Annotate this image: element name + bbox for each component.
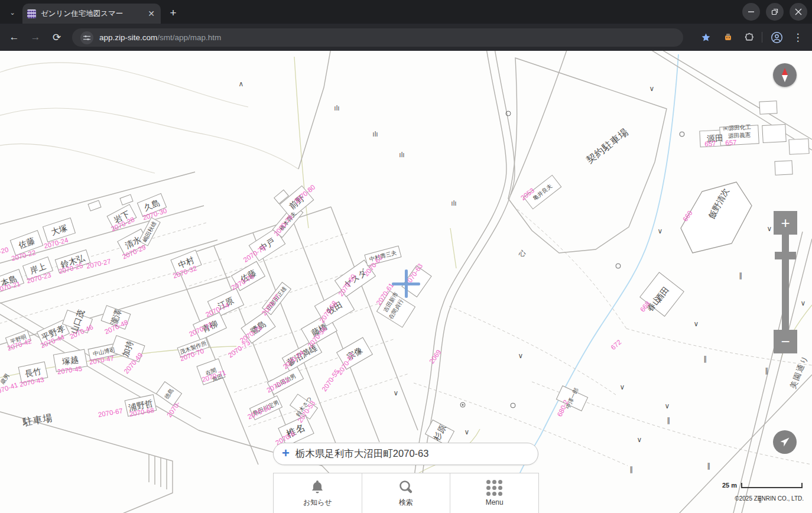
circledot-map-symbol: [460, 402, 466, 408]
navigation-arrow-icon: [779, 436, 791, 448]
tab-search-chevron-icon[interactable]: ⌄: [5, 5, 20, 20]
grass-map-symbol: ılı: [372, 131, 378, 138]
browser-tab[interactable]: ゼンリン住宅地図スマー ✕: [22, 4, 161, 24]
map-name-label: 源田義憲: [728, 132, 751, 138]
bell-icon: [310, 479, 324, 495]
crosshair-plus-icon: +: [282, 447, 290, 460]
paddy-map-symbol: ∥: [707, 462, 710, 469]
building-outline: [759, 100, 777, 115]
search-icon: [398, 479, 414, 495]
check-map-symbol: ∨: [801, 300, 806, 307]
search-label: 検索: [399, 498, 413, 508]
copyright-text: ©2025 ZENRIN CO., LTD.: [735, 495, 804, 502]
scale-bar: [741, 483, 803, 488]
forward-icon[interactable]: →: [27, 29, 44, 46]
caret-map-symbol: ∧: [239, 80, 244, 87]
check-map-symbol: ∨: [665, 402, 670, 410]
check-map-symbol: ∨: [767, 225, 772, 232]
paddy-map-symbol: ∥: [765, 367, 768, 374]
paddy-map-symbol: ∥: [703, 355, 707, 362]
zoom-out-button[interactable]: −: [774, 330, 797, 353]
compass-needle-icon: [780, 67, 790, 83]
menu-button[interactable]: Menu: [450, 473, 538, 513]
bookmark-star-icon[interactable]: [697, 29, 714, 46]
site-settings-icon[interactable]: [80, 31, 93, 44]
parcel-number-label: 657: [725, 139, 737, 147]
toolbar-divider: [762, 32, 762, 43]
circle-map-symbol: [506, 111, 511, 116]
browser-tab-strip: ⌄ ゼンリン住宅地図スマー ✕ +: [0, 0, 812, 24]
notifications-label: お知らせ: [303, 498, 332, 508]
check-map-symbol: ∨: [518, 352, 524, 359]
extension-robot-icon[interactable]: [720, 29, 736, 46]
check-map-symbol: ∨: [465, 428, 470, 436]
paddy-map-symbol: ∥: [667, 417, 670, 424]
menu-label: Menu: [486, 498, 504, 506]
paddy-map-symbol: ∥: [739, 272, 742, 279]
compass-button[interactable]: [773, 63, 797, 87]
grass-map-symbol: ılı: [451, 200, 456, 207]
zenrin-favicon: [27, 9, 36, 18]
kokoro-map-symbol: 心: [519, 250, 526, 257]
circle-map-symbol: [680, 132, 685, 137]
circle-map-symbol: [511, 403, 516, 408]
search-address-text: 栃木県足利市大沼田町2070-63: [295, 447, 429, 460]
address-bar[interactable]: app.zip-site.com/smt/app/map.htm: [72, 28, 683, 47]
building-outline: [762, 124, 787, 143]
search-button[interactable]: 検索: [362, 473, 450, 513]
reload-icon[interactable]: ⟳: [48, 29, 65, 46]
grass-map-symbol: ılı: [399, 151, 404, 158]
zoom-slider-handle[interactable]: [775, 252, 796, 259]
zoom-slider-track[interactable]: [782, 235, 789, 330]
window-minimize-button[interactable]: [742, 3, 760, 21]
current-location-button[interactable]: [773, 430, 797, 454]
grass-map-symbol: ılı: [334, 105, 339, 112]
extensions-puzzle-icon[interactable]: [741, 29, 758, 46]
window-close-button[interactable]: [790, 3, 807, 21]
zoom-in-button[interactable]: +: [774, 211, 797, 235]
circle-map-symbol: [616, 264, 621, 269]
window-restore-button[interactable]: [766, 3, 784, 21]
back-icon[interactable]: ←: [6, 29, 22, 46]
check-map-symbol: ∨: [649, 85, 655, 92]
tab-title: ゼンリン住宅地図スマー: [41, 9, 142, 19]
building-outline: [774, 160, 792, 176]
check-map-symbol: ∨: [658, 228, 663, 235]
check-map-symbol: ∨: [694, 320, 699, 327]
address-search-bar[interactable]: + 栃木県足利市大沼田町2070-63: [273, 443, 538, 465]
browser-menu-icon[interactable]: ⋮: [790, 29, 806, 46]
check-map-symbol: ∨: [394, 389, 399, 397]
map-name-label: ㈱源田化工: [723, 124, 751, 131]
tab-close-icon[interactable]: ✕: [147, 9, 156, 18]
browser-toolbar: ← → ⟳ app.zip-site.com/smt/app/map.htm ⋮: [0, 24, 812, 51]
check-map-symbol: ∨: [637, 436, 642, 443]
building-outline: [788, 138, 809, 155]
paddy-map-symbol: ∥: [629, 466, 633, 473]
grid-icon: [486, 480, 502, 495]
check-map-symbol: ∨: [620, 384, 625, 391]
new-tab-button[interactable]: +: [165, 5, 181, 21]
notifications-button[interactable]: お知らせ: [274, 473, 362, 513]
profile-avatar[interactable]: [768, 29, 785, 46]
url-text: app.zip-site.com/smt/app/map.htm: [99, 33, 221, 42]
scale-label: 25 m: [722, 482, 737, 489]
app-bottom-toolbar: お知らせ 検索 Menu: [273, 473, 539, 513]
parcel-number-label: 657: [704, 141, 716, 148]
